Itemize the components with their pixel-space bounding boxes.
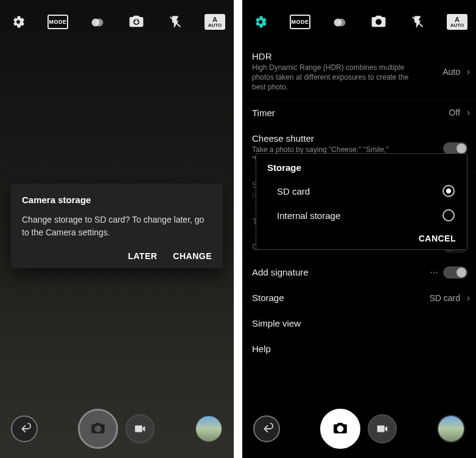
auto-a: A: [212, 16, 217, 23]
row-value: Off: [449, 108, 460, 117]
row-add-signature[interactable]: Add signature ⋯: [242, 260, 476, 285]
flash-off-icon[interactable]: [408, 12, 427, 32]
shutter-button[interactable]: [78, 409, 118, 449]
video-button[interactable]: [368, 414, 397, 443]
flash-off-icon[interactable]: [166, 12, 185, 32]
row-title: HDR: [252, 51, 466, 61]
row-storage[interactable]: Storage SD card ›: [242, 285, 476, 311]
more-icon[interactable]: ⋯: [430, 268, 439, 277]
topbar: MODE A AUTO: [242, 0, 476, 44]
row-timer[interactable]: Timer Off ›: [242, 100, 476, 126]
row-value: Auto: [443, 67, 460, 77]
bottombar: [0, 400, 234, 458]
later-button[interactable]: LATER: [128, 251, 157, 261]
dialog-title: Camera storage: [22, 195, 212, 205]
radio-checked-icon[interactable]: [443, 185, 455, 197]
cancel-button[interactable]: CANCEL: [419, 234, 456, 243]
row-title: Help: [252, 344, 466, 354]
auto-icon[interactable]: A AUTO: [447, 14, 467, 30]
switch-camera-icon[interactable]: [369, 12, 388, 32]
auto-label: AUTO: [208, 23, 222, 28]
filters-icon[interactable]: [88, 12, 107, 32]
settings-icon[interactable]: [251, 12, 270, 32]
topbar: MODE A AUTO: [0, 0, 234, 44]
radio-unchecked-icon[interactable]: [443, 209, 455, 221]
row-title: Cheese shutter: [252, 133, 466, 144]
mode-icon[interactable]: MODE: [290, 15, 310, 29]
gallery-thumbnail[interactable]: [437, 415, 465, 443]
capture-group: [78, 409, 155, 449]
right-screenshot: MODE A AUTO HDR High Dynamic Range (HDR)…: [242, 0, 476, 458]
row-hdr[interactable]: HDR High Dynamic Range (HDR) combines mu…: [242, 44, 476, 100]
option-internal-storage[interactable]: Internal storage: [267, 203, 456, 227]
auto-label: AUTO: [450, 23, 464, 28]
left-screenshot: MODE A AUTO Camera storage Change storag…: [0, 0, 234, 458]
row-title: Simple view: [252, 318, 466, 328]
filters-icon[interactable]: [330, 12, 349, 32]
change-button[interactable]: CHANGE: [173, 251, 212, 261]
row-desc: High Dynamic Range (HDR) combines multip…: [252, 63, 410, 92]
popup-actions: CANCEL: [267, 227, 456, 243]
row-value: SD card: [429, 293, 460, 303]
popup-title: Storage: [267, 162, 456, 173]
video-button[interactable]: [125, 414, 155, 443]
row-simple-view[interactable]: Simple view: [242, 311, 476, 336]
option-label: Internal storage: [277, 210, 340, 221]
auto-a: A: [455, 16, 460, 23]
switch-camera-icon[interactable]: [127, 12, 146, 32]
option-sd-card[interactable]: SD card: [267, 179, 456, 203]
svg-point-1: [96, 19, 103, 26]
capture-group: [320, 409, 397, 449]
settings-icon[interactable]: [9, 12, 28, 32]
bottombar: [242, 400, 476, 458]
shutter-button[interactable]: [320, 409, 360, 449]
storage-popup: Storage SD card Internal storage CANCEL: [256, 153, 467, 250]
mode-icon[interactable]: MODE: [47, 15, 68, 29]
svg-point-4: [338, 19, 345, 26]
back-button[interactable]: [11, 415, 38, 442]
chevron-right-icon: ›: [467, 293, 470, 304]
row-help[interactable]: Help: [242, 336, 476, 362]
auto-icon[interactable]: A AUTO: [205, 14, 225, 30]
chevron-right-icon: ›: [467, 107, 470, 118]
dialog-body: Change storage to SD card? To change lat…: [22, 213, 212, 239]
gallery-thumbnail[interactable]: [195, 415, 223, 443]
dialog-actions: LATER CHANGE: [22, 251, 212, 261]
option-label: SD card: [277, 186, 310, 196]
back-button[interactable]: [253, 415, 280, 442]
chevron-right-icon: ›: [467, 66, 470, 77]
camera-storage-dialog: Camera storage Change storage to SD card…: [11, 184, 223, 268]
toggle[interactable]: [443, 266, 467, 279]
row-title: Timer: [252, 108, 466, 118]
